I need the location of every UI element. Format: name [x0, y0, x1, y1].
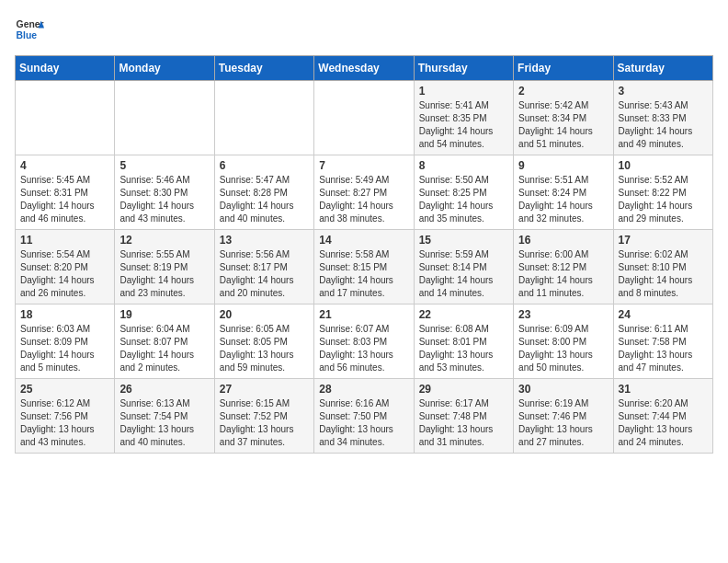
day-number: 4 [20, 159, 109, 172]
day-number: 16 [518, 234, 608, 247]
calendar-cell: 12Sunrise: 5:55 AM Sunset: 8:19 PM Dayli… [115, 230, 214, 304]
calendar-cell: 1Sunrise: 5:41 AM Sunset: 8:35 PM Daylig… [414, 81, 513, 155]
cell-info: Sunrise: 6:03 AM Sunset: 8:09 PM Dayligh… [20, 323, 109, 374]
cell-info: Sunrise: 5:58 AM Sunset: 8:15 PM Dayligh… [319, 248, 408, 300]
calendar-cell: 30Sunrise: 6:19 AM Sunset: 7:46 PM Dayli… [514, 379, 613, 454]
cell-info: Sunrise: 6:00 AM Sunset: 8:12 PM Dayligh… [518, 248, 608, 300]
calendar-cell: 11Sunrise: 5:54 AM Sunset: 8:20 PM Dayli… [16, 230, 115, 304]
cell-info: Sunrise: 6:12 AM Sunset: 7:56 PM Dayligh… [20, 397, 109, 449]
logo-icon: General Blue [15, 15, 44, 44]
cell-info: Sunrise: 6:13 AM Sunset: 7:54 PM Dayligh… [119, 397, 209, 449]
cell-info: Sunrise: 5:47 AM Sunset: 8:28 PM Dayligh… [220, 174, 309, 225]
calendar-cell [115, 81, 214, 155]
cell-info: Sunrise: 6:20 AM Sunset: 7:44 PM Dayligh… [619, 397, 708, 449]
cell-info: Sunrise: 6:17 AM Sunset: 7:48 PM Dayligh… [419, 397, 508, 449]
day-number: 9 [518, 159, 608, 172]
day-number: 10 [619, 159, 708, 172]
weekday-header-saturday: Saturday [613, 56, 712, 81]
calendar-cell: 13Sunrise: 5:56 AM Sunset: 8:17 PM Dayli… [214, 230, 313, 304]
day-number: 28 [319, 383, 408, 396]
day-number: 5 [119, 159, 209, 172]
day-number: 1 [419, 85, 508, 98]
calendar-cell: 14Sunrise: 5:58 AM Sunset: 8:15 PM Dayli… [314, 230, 414, 304]
cell-info: Sunrise: 6:15 AM Sunset: 7:52 PM Dayligh… [220, 397, 309, 449]
calendar-cell: 22Sunrise: 6:08 AM Sunset: 8:01 PM Dayli… [414, 304, 513, 379]
day-number: 29 [419, 383, 508, 396]
cell-info: Sunrise: 5:45 AM Sunset: 8:31 PM Dayligh… [20, 174, 109, 225]
day-number: 12 [119, 234, 209, 247]
cell-info: Sunrise: 6:02 AM Sunset: 8:10 PM Dayligh… [619, 248, 708, 300]
weekday-header-row: SundayMondayTuesdayWednesdayThursdayFrid… [16, 56, 713, 81]
calendar-cell: 18Sunrise: 6:03 AM Sunset: 8:09 PM Dayli… [16, 304, 115, 379]
calendar-cell: 15Sunrise: 5:59 AM Sunset: 8:14 PM Dayli… [414, 230, 513, 304]
cell-info: Sunrise: 6:04 AM Sunset: 8:07 PM Dayligh… [119, 323, 209, 374]
calendar-cell: 6Sunrise: 5:47 AM Sunset: 8:28 PM Daylig… [214, 155, 313, 230]
day-number: 13 [220, 234, 309, 247]
calendar-cell: 7Sunrise: 5:49 AM Sunset: 8:27 PM Daylig… [314, 155, 414, 230]
weekday-header-thursday: Thursday [414, 56, 513, 81]
cell-info: Sunrise: 5:56 AM Sunset: 8:17 PM Dayligh… [220, 248, 309, 300]
calendar-cell: 25Sunrise: 6:12 AM Sunset: 7:56 PM Dayli… [16, 379, 115, 454]
day-number: 18 [20, 308, 109, 321]
day-number: 8 [419, 159, 508, 172]
day-number: 24 [619, 308, 708, 321]
calendar-cell: 5Sunrise: 5:46 AM Sunset: 8:30 PM Daylig… [115, 155, 214, 230]
day-number: 11 [20, 234, 109, 247]
calendar-cell: 17Sunrise: 6:02 AM Sunset: 8:10 PM Dayli… [613, 230, 712, 304]
calendar-cell [16, 81, 115, 155]
calendar-cell [214, 81, 313, 155]
day-number: 3 [619, 85, 708, 98]
weekday-header-friday: Friday [514, 56, 613, 81]
calendar-cell: 27Sunrise: 6:15 AM Sunset: 7:52 PM Dayli… [214, 379, 313, 454]
cell-info: Sunrise: 5:41 AM Sunset: 8:35 PM Dayligh… [419, 99, 508, 151]
svg-text:Blue: Blue [17, 30, 38, 40]
day-number: 2 [518, 85, 608, 98]
day-number: 17 [619, 234, 708, 247]
day-number: 14 [319, 234, 408, 247]
calendar-cell: 3Sunrise: 5:43 AM Sunset: 8:33 PM Daylig… [613, 81, 712, 155]
cell-info: Sunrise: 6:07 AM Sunset: 8:03 PM Dayligh… [319, 323, 408, 374]
day-number: 22 [419, 308, 508, 321]
cell-info: Sunrise: 5:54 AM Sunset: 8:20 PM Dayligh… [20, 248, 109, 300]
calendar-cell: 26Sunrise: 6:13 AM Sunset: 7:54 PM Dayli… [115, 379, 214, 454]
cell-info: Sunrise: 5:46 AM Sunset: 8:30 PM Dayligh… [119, 174, 209, 225]
cell-info: Sunrise: 6:19 AM Sunset: 7:46 PM Dayligh… [518, 397, 608, 449]
week-row-3: 11Sunrise: 5:54 AM Sunset: 8:20 PM Dayli… [16, 230, 713, 304]
day-number: 31 [619, 383, 708, 396]
cell-info: Sunrise: 5:50 AM Sunset: 8:25 PM Dayligh… [419, 174, 508, 225]
calendar-cell: 21Sunrise: 6:07 AM Sunset: 8:03 PM Dayli… [314, 304, 414, 379]
calendar-cell: 24Sunrise: 6:11 AM Sunset: 7:58 PM Dayli… [613, 304, 712, 379]
day-number: 30 [518, 383, 608, 396]
day-number: 26 [119, 383, 209, 396]
weekday-header-monday: Monday [115, 56, 214, 81]
logo: General Blue [15, 15, 44, 44]
cell-info: Sunrise: 6:05 AM Sunset: 8:05 PM Dayligh… [220, 323, 309, 374]
day-number: 19 [119, 308, 209, 321]
calendar-cell: 19Sunrise: 6:04 AM Sunset: 8:07 PM Dayli… [115, 304, 214, 379]
calendar-cell: 8Sunrise: 5:50 AM Sunset: 8:25 PM Daylig… [414, 155, 513, 230]
cell-info: Sunrise: 6:09 AM Sunset: 8:00 PM Dayligh… [518, 323, 608, 374]
week-row-4: 18Sunrise: 6:03 AM Sunset: 8:09 PM Dayli… [16, 304, 713, 379]
week-row-5: 25Sunrise: 6:12 AM Sunset: 7:56 PM Dayli… [16, 379, 713, 454]
calendar-cell: 31Sunrise: 6:20 AM Sunset: 7:44 PM Dayli… [613, 379, 712, 454]
calendar-cell: 2Sunrise: 5:42 AM Sunset: 8:34 PM Daylig… [514, 81, 613, 155]
calendar-cell: 23Sunrise: 6:09 AM Sunset: 8:00 PM Dayli… [514, 304, 613, 379]
header: General Blue [15, 15, 713, 44]
cell-info: Sunrise: 5:42 AM Sunset: 8:34 PM Dayligh… [518, 99, 608, 151]
weekday-header-tuesday: Tuesday [214, 56, 313, 81]
cell-info: Sunrise: 5:55 AM Sunset: 8:19 PM Dayligh… [119, 248, 209, 300]
calendar-cell: 29Sunrise: 6:17 AM Sunset: 7:48 PM Dayli… [414, 379, 513, 454]
cell-info: Sunrise: 5:52 AM Sunset: 8:22 PM Dayligh… [619, 174, 708, 225]
day-number: 6 [220, 159, 309, 172]
day-number: 7 [319, 159, 408, 172]
cell-info: Sunrise: 6:11 AM Sunset: 7:58 PM Dayligh… [619, 323, 708, 374]
cell-info: Sunrise: 5:51 AM Sunset: 8:24 PM Dayligh… [518, 174, 608, 225]
calendar-cell: 4Sunrise: 5:45 AM Sunset: 8:31 PM Daylig… [16, 155, 115, 230]
day-number: 25 [20, 383, 109, 396]
calendar-cell: 16Sunrise: 6:00 AM Sunset: 8:12 PM Dayli… [514, 230, 613, 304]
calendar-table: SundayMondayTuesdayWednesdayThursdayFrid… [15, 55, 713, 454]
day-number: 15 [419, 234, 508, 247]
week-row-2: 4Sunrise: 5:45 AM Sunset: 8:31 PM Daylig… [16, 155, 713, 230]
calendar-cell: 9Sunrise: 5:51 AM Sunset: 8:24 PM Daylig… [514, 155, 613, 230]
weekday-header-sunday: Sunday [16, 56, 115, 81]
